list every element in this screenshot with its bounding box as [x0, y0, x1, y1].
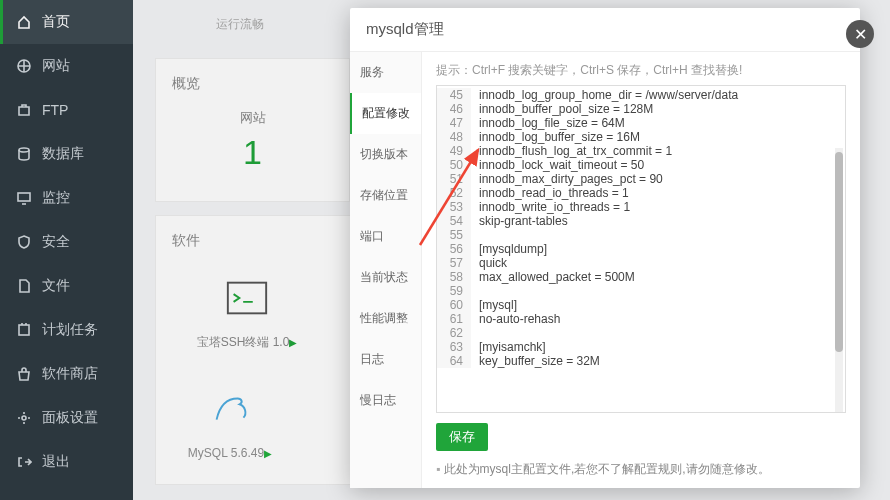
- line-number: 56: [437, 242, 471, 256]
- line-number: 58: [437, 270, 471, 284]
- code-line[interactable]: 53innodb_write_io_threads = 1: [437, 200, 845, 214]
- code-line[interactable]: 48innodb_log_buffer_size = 16M: [437, 130, 845, 144]
- code-line[interactable]: 57quick: [437, 256, 845, 270]
- code-line[interactable]: 58max_allowed_packet = 500M: [437, 270, 845, 284]
- modal-tab[interactable]: 当前状态: [350, 257, 421, 298]
- config-note: 此处为mysql主配置文件,若您不了解配置规则,请勿随意修改。: [436, 461, 846, 478]
- modal-tab[interactable]: 日志: [350, 339, 421, 380]
- line-number: 64: [437, 354, 471, 368]
- line-number: 59: [437, 284, 471, 298]
- line-number: 60: [437, 298, 471, 312]
- code-line[interactable]: 49innodb_flush_log_at_trx_commit = 1: [437, 144, 845, 158]
- line-number: 57: [437, 256, 471, 270]
- modal-tab[interactable]: 性能调整: [350, 298, 421, 339]
- code-line[interactable]: 50innodb_lock_wait_timeout = 50: [437, 158, 845, 172]
- code-text[interactable]: skip-grant-tables: [471, 214, 568, 228]
- editor-hint: 提示：Ctrl+F 搜索关键字，Ctrl+S 保存，Ctrl+H 查找替换!: [436, 62, 846, 79]
- scrollbar-thumb[interactable]: [835, 152, 843, 352]
- code-text[interactable]: innodb_log_group_home_dir = /www/server/…: [471, 88, 738, 102]
- code-line[interactable]: 55: [437, 228, 845, 242]
- modal-tab[interactable]: 切换版本: [350, 134, 421, 175]
- config-editor[interactable]: 45innodb_log_group_home_dir = /www/serve…: [436, 85, 846, 413]
- code-line[interactable]: 61no-auto-rehash: [437, 312, 845, 326]
- code-text[interactable]: innodb_read_io_threads = 1: [471, 186, 629, 200]
- code-text[interactable]: innodb_lock_wait_timeout = 50: [471, 158, 644, 172]
- code-line[interactable]: 56[mysqldump]: [437, 242, 845, 256]
- line-number: 63: [437, 340, 471, 354]
- modal-tab[interactable]: 端口: [350, 216, 421, 257]
- line-number: 51: [437, 172, 471, 186]
- code-line[interactable]: 60[mysql]: [437, 298, 845, 312]
- code-text[interactable]: [mysql]: [471, 298, 517, 312]
- code-text[interactable]: [471, 326, 479, 340]
- code-line[interactable]: 63[myisamchk]: [437, 340, 845, 354]
- line-number: 48: [437, 130, 471, 144]
- code-line[interactable]: 47innodb_log_file_size = 64M: [437, 116, 845, 130]
- code-line[interactable]: 62: [437, 326, 845, 340]
- line-number: 54: [437, 214, 471, 228]
- code-line[interactable]: 64key_buffer_size = 32M: [437, 354, 845, 368]
- code-line[interactable]: 45innodb_log_group_home_dir = /www/serve…: [437, 88, 845, 102]
- line-number: 49: [437, 144, 471, 158]
- code-text[interactable]: quick: [471, 256, 507, 270]
- software-name: MySQL 5.6.49▶: [175, 446, 285, 460]
- modal-tab[interactable]: 配置修改: [350, 93, 421, 134]
- line-number: 55: [437, 228, 471, 242]
- close-icon: ✕: [854, 25, 867, 44]
- modal-tab[interactable]: 存储位置: [350, 175, 421, 216]
- code-text[interactable]: innodb_log_file_size = 64M: [471, 116, 625, 130]
- code-line[interactable]: 59: [437, 284, 845, 298]
- code-line[interactable]: 54skip-grant-tables: [437, 214, 845, 228]
- code-line[interactable]: 52innodb_read_io_threads = 1: [437, 186, 845, 200]
- line-number: 53: [437, 200, 471, 214]
- code-text[interactable]: [myisamchk]: [471, 340, 546, 354]
- mysqld-modal: mysqld管理 ✕ 服务配置修改切换版本存储位置端口当前状态性能调整日志慢日志…: [350, 8, 860, 488]
- line-number: 61: [437, 312, 471, 326]
- code-text[interactable]: key_buffer_size = 32M: [471, 354, 600, 368]
- code-line[interactable]: 46innodb_buffer_pool_size = 128M: [437, 102, 845, 116]
- code-text[interactable]: no-auto-rehash: [471, 312, 560, 326]
- code-text[interactable]: [471, 284, 479, 298]
- code-text[interactable]: [mysqldump]: [471, 242, 547, 256]
- modal-tab[interactable]: 服务: [350, 52, 421, 93]
- line-number: 50: [437, 158, 471, 172]
- line-number: 52: [437, 186, 471, 200]
- line-number: 45: [437, 88, 471, 102]
- mysql-icon: [175, 380, 285, 440]
- code-text[interactable]: innodb_write_io_threads = 1: [471, 200, 630, 214]
- code-text[interactable]: innodb_buffer_pool_size = 128M: [471, 102, 653, 116]
- code-text[interactable]: innodb_log_buffer_size = 16M: [471, 130, 640, 144]
- save-button[interactable]: 保存: [436, 423, 488, 451]
- close-button[interactable]: ✕: [846, 20, 874, 48]
- modal-header: mysqld管理: [350, 8, 860, 52]
- code-text[interactable]: [471, 228, 479, 242]
- software-item[interactable]: MySQL 5.6.49▶: [175, 380, 285, 460]
- line-number: 47: [437, 116, 471, 130]
- code-text[interactable]: max_allowed_packet = 500M: [471, 270, 635, 284]
- modal-tab-list: 服务配置修改切换版本存储位置端口当前状态性能调整日志慢日志: [350, 52, 422, 488]
- code-text[interactable]: innodb_flush_log_at_trx_commit = 1: [471, 144, 672, 158]
- modal-title: mysqld管理: [366, 20, 444, 39]
- play-icon: ▶: [264, 448, 272, 459]
- code-text[interactable]: innodb_max_dirty_pages_pct = 90: [471, 172, 663, 186]
- line-number: 62: [437, 326, 471, 340]
- code-line[interactable]: 51innodb_max_dirty_pages_pct = 90: [437, 172, 845, 186]
- line-number: 46: [437, 102, 471, 116]
- modal-tab[interactable]: 慢日志: [350, 380, 421, 421]
